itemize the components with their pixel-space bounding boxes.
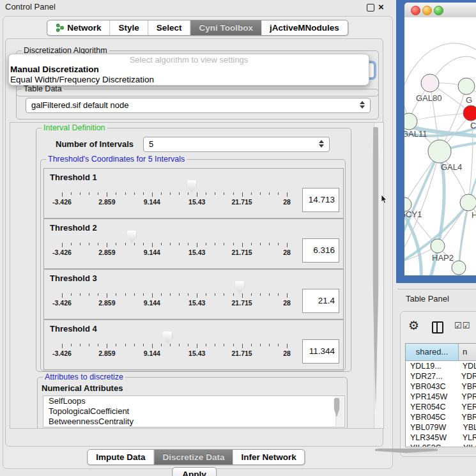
threshold-value-field[interactable]: 14.713 — [302, 188, 339, 212]
network-window-titlebar[interactable] — [404, 3, 476, 18]
slider-thumb[interactable] — [163, 332, 173, 344]
columns-icon[interactable] — [432, 321, 443, 334]
table-horizontal-scrollbar[interactable] — [405, 447, 476, 454]
close-traffic-light-icon[interactable] — [411, 6, 420, 15]
slider-tick-label: 15.43 — [188, 249, 205, 256]
table-row[interactable]: YBL079WYBL0 — [406, 422, 476, 433]
cell-name[interactable]: YBR0 — [457, 381, 476, 392]
slider-tick — [125, 344, 126, 346]
network-node[interactable] — [431, 239, 445, 253]
table-row[interactable]: YBR045CYBR0 — [406, 412, 476, 422]
threshold-value-field[interactable]: 6.316 — [302, 238, 339, 263]
scrollbar-thumb[interactable] — [373, 127, 379, 411]
minimize-traffic-light-icon[interactable] — [422, 6, 432, 15]
table-row[interactable]: YPR145WYPR1 — [406, 392, 476, 402]
settings-vertical-scrollbar[interactable] — [374, 123, 383, 428]
column-header-name[interactable]: n — [459, 344, 476, 360]
table-row[interactable]: YDL19...YDL1 — [406, 361, 476, 371]
tab-jactivemnodules[interactable]: jActiveMNodules — [261, 20, 348, 35]
slider-thumb[interactable] — [127, 231, 137, 243]
cell-name[interactable]: YLR3 — [458, 433, 476, 443]
slider-tick-label: 2.859 — [98, 249, 115, 256]
slider-tick — [206, 192, 206, 195]
threshold-slider[interactable]: -3.4262.8599.14415.4321.71528 — [62, 270, 287, 319]
network-node[interactable] — [458, 78, 475, 95]
threshold-slider[interactable]: -3.4262.8599.14415.4321.71528 — [62, 169, 287, 218]
threshold-value-field[interactable]: 21.4 — [302, 289, 339, 313]
tab-label: Network — [67, 23, 101, 33]
cell-name[interactable]: YPR1 — [457, 392, 476, 402]
threshold-value-field[interactable]: 11.344 — [302, 339, 339, 364]
slider-tick — [287, 192, 288, 197]
tab-impute-data[interactable]: Impute Data — [88, 450, 154, 464]
cell-name[interactable]: YDR2 — [457, 371, 476, 381]
gear-icon[interactable]: ⚙ — [408, 319, 419, 332]
network-node[interactable] — [463, 105, 476, 121]
cell-shared-name[interactable]: YDL19... — [406, 361, 458, 371]
slider-tick — [62, 192, 63, 197]
table-row[interactable]: YBR043CYBR0 — [406, 381, 476, 392]
network-node[interactable] — [421, 74, 439, 92]
tab-label: Select — [157, 23, 182, 33]
network-node[interactable] — [460, 194, 476, 211]
table-data-select[interactable]: galFiltered.sif default node — [26, 98, 371, 113]
apply-button[interactable]: Apply — [172, 467, 217, 476]
table-row[interactable]: YLR345WYLR3 — [406, 433, 476, 443]
network-node[interactable] — [452, 261, 466, 275]
slider-tick-label: 15.43 — [188, 349, 205, 357]
node-attribute-table[interactable]: shared... n YDL19...YDL1YDR27...YDR2YBR0… — [405, 343, 476, 447]
tab-style[interactable]: Style — [110, 20, 148, 35]
slider-tick — [287, 293, 288, 298]
cell-name[interactable]: YBR0 — [457, 412, 476, 422]
tab-select[interactable]: Select — [148, 20, 191, 35]
threshold-slider[interactable]: -3.4262.8599.14415.4321.71528 — [62, 320, 287, 369]
attribute-list-item[interactable]: BetweennessCentrality — [43, 417, 344, 427]
slider-tick — [125, 192, 126, 195]
slider-tick — [287, 344, 288, 348]
slider-tick-label: 2.859 — [98, 299, 115, 307]
slider-tick — [134, 344, 135, 346]
close-icon[interactable]: × — [378, 0, 384, 14]
cell-name[interactable]: YER0 — [457, 402, 476, 412]
cell-shared-name[interactable]: YPR145W — [406, 392, 457, 402]
attributes-list-scrollbar[interactable] — [335, 397, 344, 426]
tab-network[interactable]: Network — [47, 20, 110, 35]
tab-infer-network[interactable]: Infer Network — [233, 450, 304, 464]
threshold-2-panel: Threshold 2 -3.4262.8599.14415.4321.7152… — [43, 219, 344, 269]
cell-shared-name[interactable]: YBR043C — [406, 381, 457, 392]
dropdown-option-manual[interactable]: Manual Discretization — [9, 65, 369, 75]
slider-thumb[interactable] — [235, 281, 245, 293]
slider-tick — [89, 243, 89, 245]
cell-name[interactable]: YDL1 — [458, 361, 476, 371]
network-node[interactable] — [428, 140, 451, 163]
select-columns-checkboxes-icon[interactable]: ☑☑ — [454, 321, 470, 330]
table-row[interactable]: YDR27...YDR2 — [406, 371, 476, 381]
cell-shared-name[interactable]: YDR27... — [406, 371, 457, 381]
cell-shared-name[interactable]: YLR345W — [406, 433, 458, 443]
dropdown-option-equal-width[interactable]: Equal Width/Frequency Discretization — [9, 75, 369, 85]
slider-tick — [161, 192, 162, 195]
thresholds-group: Threshold's Coordinates for 5 Intervals … — [40, 159, 346, 371]
slider-tick — [107, 243, 107, 247]
network-canvas[interactable]: GAL80GCGAL11GAL4GCY1HHAP2 — [404, 17, 476, 275]
tab-cyni-toolbox[interactable]: Cyni Toolbox — [191, 20, 262, 35]
slider-tick — [242, 293, 243, 298]
interval-definition-group: Interval Definition Number of Intervals … — [36, 128, 351, 372]
attributes-list[interactable]: SelfLoopsTopologicalCoefficientBetweenne… — [43, 395, 345, 427]
slider-thumb[interactable] — [187, 180, 197, 192]
attribute-list-item[interactable]: SelfLoops — [43, 396, 344, 406]
float-window-icon[interactable] — [367, 4, 374, 12]
slider-tick-label: 15.43 — [188, 299, 205, 307]
cell-shared-name[interactable]: YER054C — [406, 402, 457, 412]
zoom-traffic-light-icon[interactable] — [434, 6, 443, 15]
attribute-list-item[interactable]: TopologicalCoefficient — [43, 406, 344, 417]
cell-shared-name[interactable]: YBL079W — [406, 422, 458, 433]
table-row[interactable]: YER054CYER0 — [406, 402, 476, 412]
table-data-group: Table Data galFiltered.sif default node — [16, 89, 379, 119]
cell-shared-name[interactable]: YBR045C — [406, 412, 457, 422]
cell-name[interactable]: YBL0 — [458, 422, 476, 433]
threshold-slider[interactable]: -3.4262.8599.14415.4321.71528 — [62, 219, 287, 268]
column-header-shared-name[interactable]: shared... — [406, 344, 459, 360]
num-intervals-spinner[interactable]: 5 — [143, 137, 330, 152]
tab-discretize-data[interactable]: Discretize Data — [155, 450, 233, 464]
